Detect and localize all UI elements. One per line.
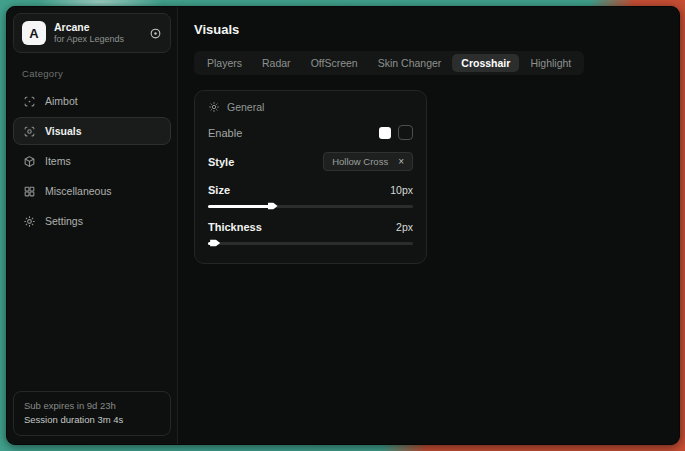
color-swatch[interactable] (379, 127, 391, 139)
tab-radar[interactable]: Radar (253, 54, 300, 72)
general-settings-panel: General Enable Style Hollow Cross × (194, 90, 427, 264)
sidebar-item-label: Aimbot (45, 95, 78, 107)
size-label: Size (208, 184, 230, 196)
grid-icon (23, 185, 36, 198)
size-slider-thumb[interactable] (268, 202, 278, 211)
style-row: Style Hollow Cross × (208, 152, 413, 171)
page-title: Visuals (194, 22, 663, 37)
sidebar-item-label: Visuals (45, 125, 82, 137)
sidebar-item-items[interactable]: Items (13, 147, 171, 175)
app-logo: A (22, 21, 46, 45)
enable-label: Enable (208, 127, 242, 139)
style-value: Hollow Cross (332, 156, 388, 167)
enable-checkbox[interactable] (398, 125, 413, 140)
size-row: Size 10px (208, 184, 413, 196)
category-label: Category (22, 68, 162, 79)
style-select[interactable]: Hollow Cross × (323, 152, 413, 171)
sidebar-item-visuals[interactable]: Visuals (13, 117, 171, 145)
thickness-label: Thickness (208, 221, 262, 233)
sidebar-item-label: Settings (45, 215, 83, 227)
app-subtitle: for Apex Legends (54, 34, 141, 45)
size-slider[interactable] (208, 201, 413, 211)
sidebar-item-miscellaneous[interactable]: Miscellaneous (13, 177, 171, 205)
sidebar: A Arcane for Apex Legends Category (7, 7, 178, 444)
crosshair-scan-icon (23, 95, 36, 108)
subscription-info-box: Sub expires in 9d 23h Session duration 3… (13, 391, 171, 436)
app-title: Arcane (54, 21, 141, 34)
thickness-slider[interactable] (208, 238, 413, 248)
gear-icon (23, 215, 36, 228)
package-icon (23, 155, 36, 168)
sidebar-item-label: Miscellaneous (45, 185, 112, 197)
tab-offscreen[interactable]: OffScreen (302, 54, 367, 72)
size-value: 10px (390, 184, 413, 196)
tab-skin-changer[interactable]: Skin Changer (369, 54, 451, 72)
eye-scan-icon (23, 125, 36, 138)
app-screen: A Arcane for Apex Legends Category (0, 0, 685, 451)
tab-crosshair[interactable]: Crosshair (452, 54, 519, 72)
sub-expires-text: Sub expires in 9d 23h (24, 399, 160, 414)
sidebar-item-aimbot[interactable]: Aimbot (13, 87, 171, 115)
main-content: Visuals Players Radar OffScreen Skin Cha… (178, 7, 679, 444)
thickness-row: Thickness 2px (208, 221, 413, 233)
thickness-slider-thumb[interactable] (210, 239, 220, 248)
cheat-menu-window: A Arcane for Apex Legends Category (6, 6, 680, 445)
clear-style-icon[interactable]: × (398, 157, 404, 167)
general-gear-icon (208, 101, 220, 113)
style-label: Style (208, 156, 234, 168)
sidebar-item-label: Items (45, 155, 71, 167)
sidebar-nav: Aimbot Visuals (13, 87, 171, 235)
tab-bar: Players Radar OffScreen Skin Changer Cro… (194, 51, 584, 75)
thickness-value: 2px (396, 221, 413, 233)
profile-card: A Arcane for Apex Legends (13, 13, 171, 53)
panel-title: General (227, 101, 264, 113)
session-duration-text: Session duration 3m 4s (24, 413, 160, 428)
target-icon[interactable] (149, 27, 162, 40)
tab-highlight[interactable]: Highlight (521, 54, 580, 72)
tab-players[interactable]: Players (198, 54, 251, 72)
enable-row: Enable (208, 125, 413, 140)
sidebar-item-settings[interactable]: Settings (13, 207, 171, 235)
